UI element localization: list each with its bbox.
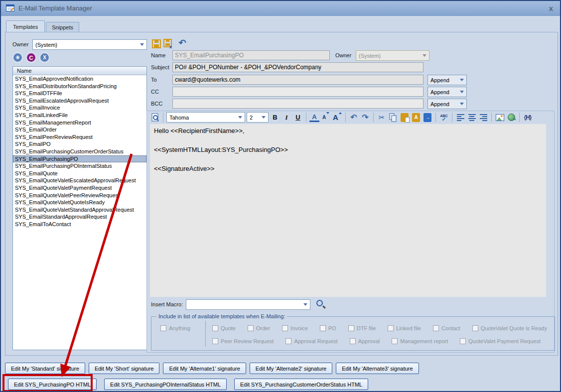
align-left-button[interactable]	[455, 112, 465, 123]
list-item[interactable]: SYS_EmailPurchasingCustomerOrderStatus	[13, 148, 146, 155]
list-item[interactable]: SYS_EmailOrder	[13, 126, 146, 133]
font-name-select[interactable]: Tahoma	[166, 112, 245, 123]
list-item[interactable]: SYS_EmailQuoteValetEscalatedApprovalRequ…	[13, 177, 146, 184]
new-template-button[interactable]: ✳	[12, 52, 23, 63]
tab-templates[interactable]: Templates	[6, 20, 45, 32]
list-item[interactable]: SYS_EmailEscalatedApprovalRequest	[13, 97, 146, 105]
cc-field[interactable]	[172, 87, 423, 97]
checkbox-box[interactable]	[160, 325, 166, 331]
checkbox-box[interactable]	[392, 338, 398, 344]
checkbox-anything[interactable]: Anything	[160, 325, 190, 331]
checkbox-quotevalet-quote-ready[interactable]: QuoteValet Quote is Ready	[472, 325, 547, 331]
list-item[interactable]: SYS_EmailPO	[13, 140, 146, 148]
list-item[interactable]: SYS_EmailQuoteValetQuoteIsReady	[13, 199, 146, 206]
edit-alternate1-signature-button[interactable]: Edit My 'Alternate1' signature	[163, 363, 246, 374]
copy-button[interactable]	[388, 112, 398, 123]
list-item[interactable]: SYS_EmailQuote	[13, 170, 146, 177]
decrease-font-button[interactable]: A	[321, 112, 331, 123]
email-body-editor[interactable]: Hello <<RecipientFirstName>>, <<SystemHT…	[150, 124, 546, 297]
bcc-append-select[interactable]: Append	[427, 99, 467, 109]
checkbox-box[interactable]	[350, 338, 356, 344]
list-header-name[interactable]: Name	[13, 67, 146, 75]
preview-button[interactable]	[150, 112, 160, 123]
cut-button[interactable]: ✂	[377, 112, 387, 123]
checkbox-box[interactable]	[282, 325, 288, 331]
checkbox-box[interactable]	[433, 325, 439, 331]
list-item[interactable]: SYS_EmailToAContact	[13, 221, 146, 228]
italic-button[interactable]: I	[281, 112, 291, 123]
save-button[interactable]	[151, 38, 162, 49]
checkbox-dtf-file[interactable]: DTF file	[348, 325, 376, 331]
list-item[interactable]: SYS_EmailApprovedNotification	[13, 75, 146, 83]
checkbox-box[interactable]	[285, 338, 291, 344]
font-color-button[interactable]: A	[309, 113, 319, 122]
checkbox-quote[interactable]: Quote	[212, 325, 236, 331]
subject-field[interactable]: PO# &POH_PONumber - &POH_&POVendorCompan…	[172, 62, 423, 72]
paste-button[interactable]	[400, 112, 410, 123]
paste-special-button[interactable]: →	[422, 112, 432, 123]
list-item[interactable]: SYS_EmailQuoteValetPeerReviewRequest	[13, 192, 146, 199]
edit-alternate2-signature-button[interactable]: Edit My 'Alternate2' signature	[250, 363, 332, 374]
insert-image-button[interactable]	[495, 112, 505, 123]
list-item[interactable]: SYS_EmailStandardApprovalRequest	[13, 213, 146, 221]
undo-button[interactable]: ↶	[349, 112, 359, 123]
list-item[interactable]: SYS_EmailManagementReport	[13, 119, 146, 127]
list-item[interactable]: SYS_EmailPurchasingPOInternalStatus	[13, 162, 146, 170]
checkbox-peer-review-request[interactable]: Peer Review Request	[212, 338, 274, 344]
to-append-select[interactable]: Append	[427, 75, 467, 85]
list-item[interactable]: SYS_EmailDTFFile	[13, 90, 146, 97]
list-item[interactable]: SYS_EmailPeerReviewRequest	[13, 133, 146, 141]
checkbox-po[interactable]: PO	[320, 325, 336, 331]
list-item[interactable]: SYS_EmailQuoteValetPaymentRequest	[13, 184, 146, 192]
checkbox-box[interactable]	[320, 325, 326, 331]
font-size-select[interactable]: 2	[247, 112, 269, 123]
revert-button[interactable]: ↶	[177, 37, 188, 48]
checkbox-approval[interactable]: Approval	[350, 338, 380, 344]
list-item[interactable]: SYS_EmailInvoice	[13, 104, 146, 112]
bold-button[interactable]: B	[270, 112, 280, 123]
bcc-field[interactable]	[172, 99, 423, 109]
checkbox-box[interactable]	[212, 325, 218, 331]
save-close-button[interactable]: x	[163, 38, 174, 49]
checkbox-approval-request[interactable]: Approval Request	[285, 338, 337, 344]
edit-purchasingpo-internalstatus-html-button[interactable]: Edit SYS_PurchasingPOInternalStatus HTML	[104, 379, 227, 390]
list-item[interactable]: SYS_EmailQuoteValetStandardApprovalReque…	[13, 206, 146, 214]
close-button[interactable]: x	[547, 4, 555, 12]
delete-template-button[interactable]: X	[39, 52, 50, 63]
checkbox-box[interactable]	[248, 325, 254, 331]
template-list[interactable]: Name SYS_EmailApprovedNotification SYS_E…	[12, 66, 147, 350]
checkbox-box[interactable]	[472, 325, 478, 331]
underline-button[interactable]: U	[293, 112, 303, 123]
checkbox-management-report[interactable]: Management report	[392, 338, 448, 344]
checkbox-order[interactable]: Order	[248, 325, 270, 331]
paste-text-button[interactable]: A	[411, 112, 421, 123]
checkbox-linked-file[interactable]: Linked file	[388, 325, 421, 331]
macro-search-button[interactable]	[316, 300, 323, 306]
tab-snippets[interactable]: Snippets	[46, 22, 79, 32]
insert-link-button[interactable]: ∞	[506, 112, 516, 123]
html-source-button[interactable]: ⟨H⟩	[523, 112, 533, 123]
redo-button[interactable]: ↷	[360, 112, 370, 123]
align-center-button[interactable]	[467, 112, 477, 123]
checkbox-box[interactable]	[460, 338, 466, 344]
align-right-button[interactable]	[478, 112, 488, 123]
checkbox-invoice[interactable]: Invoice	[282, 325, 308, 331]
increase-font-button[interactable]: A	[332, 112, 342, 123]
insert-macro-select[interactable]	[186, 299, 310, 310]
spellcheck-button[interactable]: ABC ✓	[439, 112, 449, 123]
checkbox-box[interactable]	[388, 325, 394, 331]
checkbox-quotevalet-payment-request[interactable]: QuoteValet Payment Request	[460, 338, 541, 344]
edit-purchasing-customerorderstatus-html-button[interactable]: Edit SYS_PurchasingCustomerOrderStatus H…	[234, 379, 368, 390]
list-item[interactable]: SYS_EmailLinkedFile	[13, 112, 146, 119]
list-item-selected[interactable]: SYS_EmailPurchasingPO	[13, 155, 146, 163]
to-field[interactable]: cward@quotewerks.com	[172, 75, 423, 85]
edit-standard-signature-button[interactable]: Edit My 'Standard' signature	[5, 363, 85, 374]
edit-alternate3-signature-button[interactable]: Edit My 'Alternate3' signature	[336, 363, 419, 374]
owner-filter-select[interactable]: (System)	[32, 39, 147, 50]
cc-append-select[interactable]: Append	[427, 87, 467, 97]
checkbox-box[interactable]	[212, 338, 218, 344]
list-item[interactable]: SYS_EmailDistributorNonStandardPricing	[13, 83, 146, 90]
edit-short-signature-button[interactable]: Edit My 'Short' signature	[89, 363, 160, 374]
checkbox-contact[interactable]: Contact	[433, 325, 460, 331]
checkbox-box[interactable]	[348, 325, 354, 331]
